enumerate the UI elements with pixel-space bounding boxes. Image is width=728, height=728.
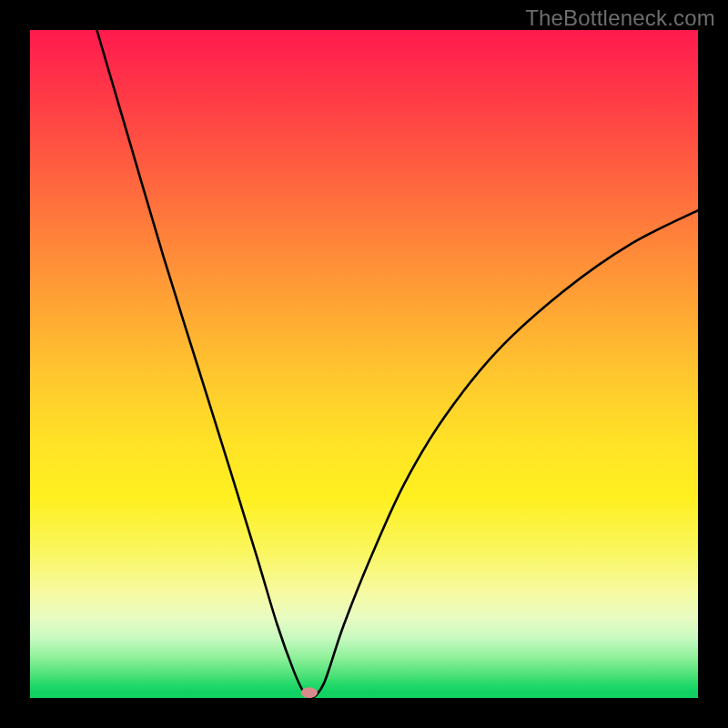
- bottleneck-curve: [30, 30, 698, 698]
- plot-area: [30, 30, 698, 698]
- chart-frame: TheBottleneck.com: [0, 0, 728, 728]
- watermark-text: TheBottleneck.com: [525, 5, 715, 31]
- optimal-point-marker: [301, 687, 318, 698]
